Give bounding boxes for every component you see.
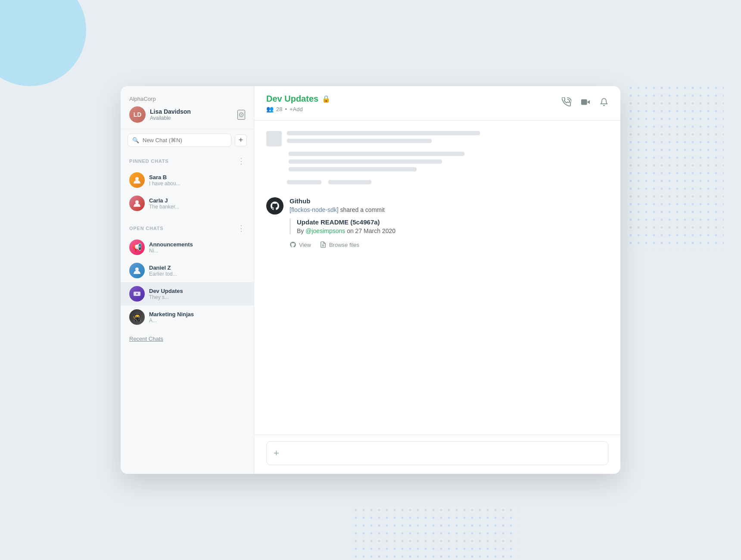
carla-avatar-image bbox=[129, 196, 145, 211]
open-section-title: OPEN CHATS bbox=[129, 226, 163, 231]
chat-item-sara[interactable]: Sara B I have abou... bbox=[121, 168, 254, 192]
marketing-preview: A... bbox=[149, 317, 245, 324]
devupdates-avatar-image bbox=[129, 286, 145, 302]
search-icon: 🔍 bbox=[132, 137, 139, 143]
sara-name: Sara B bbox=[149, 174, 245, 180]
view-button[interactable]: View bbox=[290, 241, 311, 248]
commit-shared-text: shared a commit bbox=[340, 206, 385, 213]
user-name: Lisa Davidson bbox=[150, 108, 191, 115]
main-content: Dev Updates 🔒 👥 28 • +Add bbox=[254, 86, 620, 474]
svg-rect-5 bbox=[581, 100, 587, 105]
commit-date: on 27 March 2020 bbox=[347, 227, 395, 234]
dot-separator: • bbox=[285, 106, 287, 112]
carla-chat-content: Carla J The banker... bbox=[149, 197, 245, 210]
sara-chat-content: Sara B I have abou... bbox=[149, 174, 245, 187]
chat-body: Github [flockos-node-sdk] shared a commi… bbox=[254, 121, 620, 435]
placeholder-avatar bbox=[266, 131, 282, 146]
commit-user-link[interactable]: @joesimpsons bbox=[305, 227, 345, 234]
settings-button[interactable]: ⚙ bbox=[237, 110, 245, 120]
bg-circle-decoration bbox=[0, 0, 86, 86]
placeholder-meta-1 bbox=[287, 180, 321, 184]
commit-title: Update README (5c4967a) bbox=[297, 218, 608, 226]
search-wrapper: 🔍 bbox=[128, 134, 231, 147]
pinned-section-menu[interactable]: ⋮ bbox=[237, 156, 245, 166]
add-members-link[interactable]: +Add bbox=[290, 106, 303, 112]
commit-by: By bbox=[297, 227, 305, 234]
pinned-section-header: PINNED CHATS ⋮ bbox=[121, 151, 254, 168]
placeholder-group bbox=[287, 152, 608, 171]
chat-item-daniel[interactable]: Daniel Z Earlier tod... bbox=[121, 259, 254, 282]
daniel-preview: Earlier tod... bbox=[149, 271, 245, 277]
new-chat-button[interactable]: + bbox=[235, 134, 247, 146]
carla-avatar bbox=[129, 196, 145, 211]
chat-item-carla[interactable]: Carla J The banker... bbox=[121, 192, 254, 215]
chat-title-area: Dev Updates 🔒 👥 28 • +Add bbox=[266, 94, 330, 112]
github-actions: View Browse files bbox=[290, 241, 608, 248]
pinned-section-title: PINNED CHATS bbox=[129, 159, 168, 164]
message-input[interactable] bbox=[283, 450, 601, 457]
search-input[interactable] bbox=[143, 137, 227, 143]
browse-files-button[interactable]: Browse files bbox=[320, 241, 359, 248]
marketing-content: Marketing Ninjas A... bbox=[149, 311, 245, 324]
message-input-box: + bbox=[266, 441, 608, 465]
notifications-button[interactable] bbox=[600, 97, 608, 109]
daniel-name: Daniel Z bbox=[149, 264, 245, 271]
carla-name: Carla J bbox=[149, 197, 245, 204]
sara-avatar-image bbox=[129, 172, 145, 188]
announcements-avatar: 📢 bbox=[129, 240, 145, 255]
chat-title-row: Dev Updates 🔒 bbox=[266, 94, 330, 104]
members-icon: 👥 bbox=[266, 106, 274, 112]
placeholder-meta bbox=[287, 180, 608, 184]
open-section-menu[interactable]: ⋮ bbox=[237, 224, 245, 233]
svg-point-0 bbox=[135, 177, 139, 180]
members-count: 28 bbox=[276, 106, 282, 112]
github-message: Github [flockos-node-sdk] shared a commi… bbox=[266, 197, 608, 248]
placeholder-group-line-1 bbox=[289, 152, 464, 156]
user-status: Available bbox=[150, 115, 191, 121]
recent-chats-link[interactable]: Recent Chats bbox=[121, 329, 254, 349]
chat-item-announcements[interactable]: 📢 Announcements Ni... bbox=[121, 236, 254, 259]
daniel-avatar-image bbox=[129, 263, 145, 278]
marketing-avatar-image: 🥷 bbox=[129, 309, 145, 325]
devupdates-preview: They s... bbox=[149, 294, 245, 300]
devupdates-avatar bbox=[129, 286, 145, 302]
svg-point-4 bbox=[136, 293, 138, 295]
company-name: AlphaCorp bbox=[129, 96, 245, 102]
announcements-preview: Ni... bbox=[149, 248, 245, 254]
sidebar: AlphaCorp LD Lisa Davidson Available ⚙ 🔍 bbox=[121, 86, 254, 474]
carla-preview: The banker... bbox=[149, 204, 245, 210]
placeholder-group-line-3 bbox=[289, 167, 417, 171]
search-row: 🔍 + bbox=[121, 129, 254, 151]
placeholder-group-line-2 bbox=[289, 159, 442, 164]
commit-meta: By @joesimpsons on 27 March 2020 bbox=[297, 227, 608, 234]
daniel-content: Daniel Z Earlier tod... bbox=[149, 264, 245, 277]
sara-avatar bbox=[129, 172, 145, 188]
sara-preview: I have abou... bbox=[149, 180, 245, 187]
svg-point-2 bbox=[135, 268, 139, 271]
chat-item-devupdates[interactable]: Dev Updates They s... bbox=[121, 282, 254, 305]
message-input-area: + bbox=[254, 435, 620, 474]
input-plus-icon[interactable]: + bbox=[274, 448, 279, 459]
github-sender: Github bbox=[290, 197, 608, 205]
commit-block: Update README (5c4967a) By @joesimpsons … bbox=[290, 218, 608, 234]
svg-rect-9 bbox=[629, 86, 724, 250]
placeholder-message bbox=[266, 131, 608, 146]
browse-files-label: Browse files bbox=[329, 242, 359, 248]
members-row: 👥 28 • +Add bbox=[266, 106, 330, 112]
marketing-name: Marketing Ninjas bbox=[149, 311, 245, 317]
placeholder-lines bbox=[287, 131, 608, 143]
announcements-content: Announcements Ni... bbox=[149, 241, 245, 254]
user-details: Lisa Davidson Available bbox=[150, 108, 191, 121]
marketing-avatar: 🥷 bbox=[129, 309, 145, 325]
dot-pattern-bottom bbox=[354, 508, 518, 560]
avatar: LD bbox=[129, 106, 146, 123]
phone-button[interactable] bbox=[562, 97, 571, 109]
chat-item-marketing[interactable]: 🥷 Marketing Ninjas A... bbox=[121, 305, 254, 329]
video-button[interactable] bbox=[581, 97, 590, 109]
sidebar-header: AlphaCorp LD Lisa Davidson Available ⚙ bbox=[121, 86, 254, 129]
repo-link[interactable]: [flockos-node-sdk] bbox=[290, 206, 339, 213]
github-content: Github [flockos-node-sdk] shared a commi… bbox=[290, 197, 608, 248]
devupdates-content: Dev Updates They s... bbox=[149, 288, 245, 300]
daniel-avatar bbox=[129, 263, 145, 278]
header-actions bbox=[562, 97, 608, 109]
